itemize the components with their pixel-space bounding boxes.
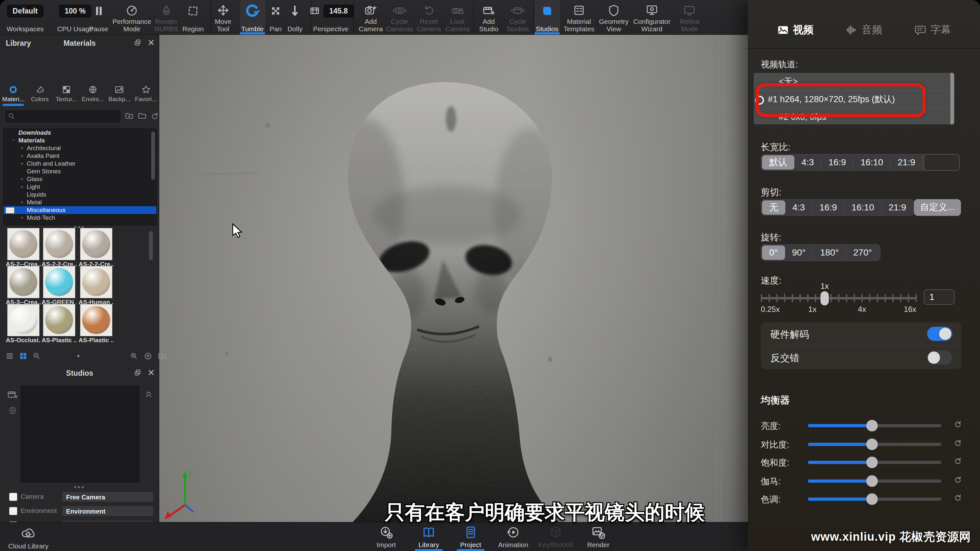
tree-scrollbar[interactable] xyxy=(151,132,155,180)
bottombar-item-render[interactable]: Render xyxy=(587,522,609,551)
tree-row[interactable]: +Mold-Tech xyxy=(3,214,156,222)
gamma-reset-button[interactable] xyxy=(953,475,963,486)
tree-row[interactable]: +Cloth and Leather xyxy=(3,160,156,168)
material-thumbnail[interactable] xyxy=(80,304,113,337)
tree-row[interactable]: Liquids xyxy=(3,191,156,198)
material-thumbnail[interactable] xyxy=(7,228,40,260)
speed-thumb[interactable] xyxy=(821,291,829,305)
crop-option-43[interactable]: 4:3 xyxy=(785,200,812,214)
splitter-dots-2[interactable]: ••• xyxy=(0,483,159,491)
hue-reset-button[interactable] xyxy=(953,493,963,503)
size-slider[interactable] xyxy=(74,352,83,362)
aspect-ratio-option-169[interactable]: 16:9 xyxy=(821,155,853,170)
toolbar-item-material-templates[interactable]: MaterialTemplates xyxy=(563,0,595,35)
folder-special-icon[interactable] xyxy=(124,111,134,122)
saturation-reset-button[interactable] xyxy=(953,456,963,467)
toolbar-value-cpu-usage[interactable]: 100 % xyxy=(59,5,91,17)
tree-expander[interactable]: + xyxy=(20,160,24,168)
property-value-camera[interactable]: Free Camera xyxy=(62,492,153,502)
toolbar-item-performance-mode[interactable]: PerformanceMode xyxy=(113,0,151,35)
thumbs-scrollbar[interactable] xyxy=(149,231,153,260)
tree-expander[interactable]: + xyxy=(20,183,24,191)
player-tab-audio[interactable]: 音频 xyxy=(846,19,882,41)
contrast-reset-button[interactable] xyxy=(953,438,963,449)
folder-icon-btn[interactable] xyxy=(158,351,167,362)
gamma-slider[interactable] xyxy=(808,480,941,483)
aspect-ratio-option-默认[interactable]: 默认 xyxy=(762,155,794,170)
crop-option-无[interactable]: 无 xyxy=(762,200,785,214)
video-track-row[interactable]: <无> xyxy=(754,73,954,91)
restore-icon[interactable] xyxy=(134,368,142,377)
aspect-ratio-option-43[interactable]: 4:3 xyxy=(794,155,821,170)
library-tab-favori[interactable]: Favori... xyxy=(133,82,159,105)
refresh-icon-btn[interactable] xyxy=(150,111,159,121)
toolbar-value-perspective[interactable]: 145.8 xyxy=(324,5,353,17)
material-thumbnail[interactable] xyxy=(7,304,40,337)
toolbar-item-cycle-cameras[interactable]: CycleCameras xyxy=(385,0,413,35)
checkbox-camera[interactable] xyxy=(9,493,18,501)
deinterlace-toggle[interactable] xyxy=(926,350,952,365)
toolbar-item-studios[interactable]: Studios xyxy=(536,0,558,35)
property-value-environment[interactable]: Environment xyxy=(62,506,153,516)
brightness-reset-button[interactable] xyxy=(953,419,963,430)
library-tab-colors[interactable]: Colors xyxy=(26,82,53,105)
toolbar-item-geometry-view[interactable]: GeometryView xyxy=(599,0,628,35)
tree-expander[interactable]: + xyxy=(20,175,24,183)
tree-row[interactable]: Downloads xyxy=(3,129,156,137)
player-tab-video[interactable]: 视频 xyxy=(777,19,814,41)
toolbar-item-configurator-wizard[interactable]: ConfiguratorWizard xyxy=(633,0,671,35)
grid-icon-btn[interactable] xyxy=(19,351,28,362)
search-field[interactable] xyxy=(5,110,121,123)
library-tab-backp[interactable]: Backp... xyxy=(106,82,132,105)
tree-row[interactable]: +Metal xyxy=(3,198,156,206)
toolbar-value-workspaces[interactable]: Default xyxy=(7,5,43,17)
gamma-slider-thumb[interactable] xyxy=(866,475,878,487)
tree-row[interactable]: Gem Stones xyxy=(3,168,156,175)
hwdec-toggle[interactable] xyxy=(927,327,952,341)
brightness-slider-thumb[interactable] xyxy=(866,420,878,432)
toolbar-item-cycle-studios[interactable]: CycleStudios xyxy=(506,0,529,35)
zoom-out-icon-btn[interactable] xyxy=(32,351,41,362)
library-tab-materi[interactable]: Materi... xyxy=(0,82,26,105)
material-thumbnail[interactable] xyxy=(43,304,75,337)
toolbar-item-dolly[interactable]: Dolly xyxy=(288,0,303,35)
library-tab-textur[interactable]: Textur... xyxy=(53,82,80,105)
toolbar-item-reset-camera[interactable]: ResetCamera xyxy=(417,0,441,35)
tree-row[interactable]: Miscellaneous xyxy=(3,206,156,214)
toolbar-item-pause[interactable]: Pause xyxy=(89,0,108,35)
bottombar-item-keyshotxr[interactable]: KeyShotXR xyxy=(538,522,573,551)
toolbar-item-tumble[interactable]: Tumble xyxy=(241,0,263,35)
restore-icon[interactable] xyxy=(134,38,142,47)
zoom-in-icon-btn[interactable] xyxy=(130,351,138,362)
material-thumbnail[interactable] xyxy=(7,266,40,299)
checkbox-environment[interactable] xyxy=(9,507,18,515)
brightness-slider[interactable] xyxy=(808,424,941,427)
rotate-option-180°[interactable]: 180° xyxy=(813,246,846,260)
toolbar-item-retina-mode[interactable]: RetinaMode xyxy=(680,0,700,35)
toolbar-item-add-studio[interactable]: AddStudio xyxy=(479,0,498,35)
saturation-slider[interactable] xyxy=(808,461,941,464)
toolbar-item-move-tool[interactable]: MoveTool xyxy=(215,0,231,35)
hue-slider[interactable] xyxy=(808,497,941,501)
tree-row[interactable]: +Light xyxy=(3,183,156,191)
toolbar-item-region[interactable]: Region xyxy=(183,0,204,35)
material-thumbnail[interactable] xyxy=(43,228,75,260)
contrast-slider-thumb[interactable] xyxy=(866,438,878,450)
tree-row[interactable]: +Glass xyxy=(3,175,156,183)
crop-option-219[interactable]: 21:9 xyxy=(881,200,913,214)
material-thumbnail[interactable] xyxy=(80,266,113,299)
toolbar-item-perspective[interactable]: 145.8Perspective xyxy=(308,0,353,35)
tree-row[interactable]: +Architectural xyxy=(3,144,156,152)
close-icon[interactable] xyxy=(147,368,155,377)
collapse-chevrons-btn[interactable] xyxy=(143,388,154,400)
globe-icon-btn[interactable] xyxy=(7,405,18,417)
rotate-option-90°[interactable]: 90° xyxy=(785,246,813,260)
toolbar-item-workspaces[interactable]: DefaultWorkspaces xyxy=(6,0,43,35)
material-thumbnail[interactable] xyxy=(80,228,113,260)
tree-expander[interactable]: + xyxy=(20,152,24,160)
video-track-row[interactable]: #1 h264, 1280×720, 25fps (默认) xyxy=(754,91,954,108)
toolbar-item-add-camera[interactable]: AddCamera xyxy=(359,0,383,35)
upload-icon-btn[interactable] xyxy=(143,351,153,362)
contrast-slider[interactable] xyxy=(808,443,941,446)
bottombar-item-animation[interactable]: Animation xyxy=(498,522,528,551)
